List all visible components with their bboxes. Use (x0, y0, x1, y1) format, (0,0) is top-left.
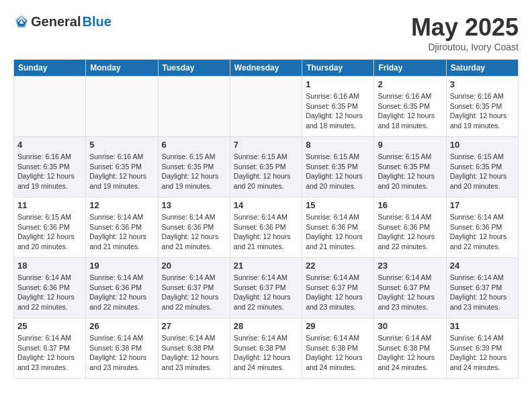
day-number: 18 (17, 261, 82, 271)
day-info: Sunrise: 6:14 AM Sunset: 6:37 PM Dayligh… (234, 273, 298, 312)
calendar-cell: 17Sunrise: 6:14 AM Sunset: 6:36 PM Dayli… (446, 197, 518, 258)
calendar-cell: 4Sunrise: 6:16 AM Sunset: 6:35 PM Daylig… (14, 137, 86, 197)
day-number: 14 (234, 200, 298, 210)
logo-icon (13, 13, 30, 30)
calendar-cell: 28Sunrise: 6:14 AM Sunset: 6:38 PM Dayli… (230, 318, 302, 379)
calendar-cell: 31Sunrise: 6:14 AM Sunset: 6:39 PM Dayli… (446, 318, 518, 379)
calendar-cell: 11Sunrise: 6:15 AM Sunset: 6:36 PM Dayli… (14, 197, 86, 258)
day-info: Sunrise: 6:14 AM Sunset: 6:39 PM Dayligh… (450, 333, 515, 373)
day-header-thursday: Thursday (302, 60, 374, 77)
calendar-cell: 12Sunrise: 6:14 AM Sunset: 6:36 PM Dayli… (86, 197, 158, 258)
day-number: 4 (17, 140, 82, 150)
day-number: 20 (162, 261, 226, 271)
day-number: 8 (306, 140, 370, 150)
day-info: Sunrise: 6:14 AM Sunset: 6:37 PM Dayligh… (306, 273, 370, 312)
calendar-week-row: 18Sunrise: 6:14 AM Sunset: 6:36 PM Dayli… (14, 258, 519, 318)
calendar-cell: 5Sunrise: 6:16 AM Sunset: 6:35 PM Daylig… (86, 137, 158, 197)
calendar-cell: 8Sunrise: 6:15 AM Sunset: 6:35 PM Daylig… (302, 137, 374, 197)
day-info: Sunrise: 6:16 AM Sunset: 6:35 PM Dayligh… (378, 91, 442, 131)
calendar-cell: 9Sunrise: 6:15 AM Sunset: 6:35 PM Daylig… (374, 137, 446, 197)
calendar-cell: 23Sunrise: 6:14 AM Sunset: 6:37 PM Dayli… (374, 258, 446, 318)
calendar-cell (14, 77, 86, 137)
calendar-cell: 2Sunrise: 6:16 AM Sunset: 6:35 PM Daylig… (374, 77, 446, 137)
calendar-cell: 18Sunrise: 6:14 AM Sunset: 6:36 PM Dayli… (14, 258, 86, 318)
location-subtitle: Djiroutou, Ivory Coast (411, 42, 519, 52)
logo-blue-text: Blue (82, 14, 111, 30)
day-info: Sunrise: 6:14 AM Sunset: 6:36 PM Dayligh… (89, 273, 154, 312)
day-number: 11 (17, 200, 82, 210)
calendar-cell: 15Sunrise: 6:14 AM Sunset: 6:36 PM Dayli… (302, 197, 374, 258)
calendar-cell: 19Sunrise: 6:14 AM Sunset: 6:36 PM Dayli… (86, 258, 158, 318)
day-header-friday: Friday (374, 60, 446, 77)
day-header-saturday: Saturday (446, 60, 518, 77)
day-header-wednesday: Wednesday (230, 60, 302, 77)
day-number: 23 (378, 261, 442, 271)
calendar-week-row: 11Sunrise: 6:15 AM Sunset: 6:36 PM Dayli… (14, 197, 519, 258)
day-info: Sunrise: 6:14 AM Sunset: 6:36 PM Dayligh… (378, 212, 442, 252)
day-info: Sunrise: 6:14 AM Sunset: 6:38 PM Dayligh… (162, 333, 226, 373)
calendar-cell: 14Sunrise: 6:14 AM Sunset: 6:36 PM Dayli… (230, 197, 302, 258)
title-block: May 2025 Djiroutou, Ivory Coast (411, 13, 519, 52)
calendar-week-row: 1Sunrise: 6:16 AM Sunset: 6:35 PM Daylig… (14, 77, 519, 137)
day-number: 9 (378, 140, 442, 150)
day-info: Sunrise: 6:14 AM Sunset: 6:36 PM Dayligh… (234, 212, 298, 252)
calendar-cell: 24Sunrise: 6:14 AM Sunset: 6:37 PM Dayli… (446, 258, 518, 318)
day-number: 27 (162, 321, 226, 331)
day-number: 26 (89, 321, 154, 331)
day-info: Sunrise: 6:15 AM Sunset: 6:36 PM Dayligh… (17, 212, 82, 252)
day-number: 31 (450, 321, 515, 331)
day-number: 6 (162, 140, 226, 150)
day-info: Sunrise: 6:14 AM Sunset: 6:36 PM Dayligh… (450, 212, 515, 252)
day-info: Sunrise: 6:15 AM Sunset: 6:35 PM Dayligh… (306, 152, 370, 191)
calendar-cell (86, 77, 158, 137)
day-number: 19 (89, 261, 154, 271)
day-header-tuesday: Tuesday (158, 60, 230, 77)
day-number: 24 (450, 261, 515, 271)
day-info: Sunrise: 6:15 AM Sunset: 6:35 PM Dayligh… (378, 152, 442, 191)
calendar-cell: 3Sunrise: 6:16 AM Sunset: 6:35 PM Daylig… (446, 77, 518, 137)
day-info: Sunrise: 6:14 AM Sunset: 6:37 PM Dayligh… (378, 273, 442, 312)
calendar-cell: 26Sunrise: 6:14 AM Sunset: 6:38 PM Dayli… (86, 318, 158, 379)
calendar-cell: 13Sunrise: 6:14 AM Sunset: 6:36 PM Dayli… (158, 197, 230, 258)
day-number: 17 (450, 200, 515, 210)
calendar-cell: 7Sunrise: 6:15 AM Sunset: 6:35 PM Daylig… (230, 137, 302, 197)
calendar-cell: 30Sunrise: 6:14 AM Sunset: 6:38 PM Dayli… (374, 318, 446, 379)
calendar-cell: 6Sunrise: 6:15 AM Sunset: 6:35 PM Daylig… (158, 137, 230, 197)
page-header: General Blue May 2025 Djiroutou, Ivory C… (13, 13, 519, 52)
calendar-cell: 20Sunrise: 6:14 AM Sunset: 6:37 PM Dayli… (158, 258, 230, 318)
calendar-cell: 21Sunrise: 6:14 AM Sunset: 6:37 PM Dayli… (230, 258, 302, 318)
logo-general-text: General (31, 14, 81, 30)
day-info: Sunrise: 6:14 AM Sunset: 6:37 PM Dayligh… (17, 333, 82, 373)
day-header-monday: Monday (86, 60, 158, 77)
day-info: Sunrise: 6:14 AM Sunset: 6:38 PM Dayligh… (89, 333, 154, 373)
day-info: Sunrise: 6:15 AM Sunset: 6:35 PM Dayligh… (234, 152, 298, 191)
day-number: 25 (17, 321, 82, 331)
calendar-cell: 10Sunrise: 6:15 AM Sunset: 6:35 PM Dayli… (446, 137, 518, 197)
day-info: Sunrise: 6:16 AM Sunset: 6:35 PM Dayligh… (450, 91, 515, 131)
calendar-cell: 27Sunrise: 6:14 AM Sunset: 6:38 PM Dayli… (158, 318, 230, 379)
logo: General Blue (13, 13, 112, 30)
day-info: Sunrise: 6:16 AM Sunset: 6:35 PM Dayligh… (17, 152, 82, 191)
day-number: 5 (89, 140, 154, 150)
calendar-cell (230, 77, 302, 137)
day-info: Sunrise: 6:15 AM Sunset: 6:35 PM Dayligh… (162, 152, 226, 191)
calendar-cell: 16Sunrise: 6:14 AM Sunset: 6:36 PM Dayli… (374, 197, 446, 258)
day-info: Sunrise: 6:14 AM Sunset: 6:38 PM Dayligh… (234, 333, 298, 373)
day-number: 16 (378, 200, 442, 210)
day-number: 12 (89, 200, 154, 210)
day-info: Sunrise: 6:14 AM Sunset: 6:36 PM Dayligh… (162, 212, 226, 252)
day-info: Sunrise: 6:14 AM Sunset: 6:38 PM Dayligh… (378, 333, 442, 373)
day-number: 29 (306, 321, 370, 331)
calendar-cell: 22Sunrise: 6:14 AM Sunset: 6:37 PM Dayli… (302, 258, 374, 318)
day-number: 22 (306, 261, 370, 271)
calendar-table: SundayMondayTuesdayWednesdayThursdayFrid… (13, 59, 519, 379)
day-number: 30 (378, 321, 442, 331)
day-info: Sunrise: 6:15 AM Sunset: 6:35 PM Dayligh… (450, 152, 515, 191)
calendar-header-row: SundayMondayTuesdayWednesdayThursdayFrid… (14, 60, 519, 77)
calendar-week-row: 25Sunrise: 6:14 AM Sunset: 6:37 PM Dayli… (14, 318, 519, 379)
day-info: Sunrise: 6:16 AM Sunset: 6:35 PM Dayligh… (89, 152, 154, 191)
day-info: Sunrise: 6:14 AM Sunset: 6:38 PM Dayligh… (306, 333, 370, 373)
day-info: Sunrise: 6:16 AM Sunset: 6:35 PM Dayligh… (306, 91, 370, 131)
day-header-sunday: Sunday (14, 60, 86, 77)
calendar-cell: 25Sunrise: 6:14 AM Sunset: 6:37 PM Dayli… (14, 318, 86, 379)
